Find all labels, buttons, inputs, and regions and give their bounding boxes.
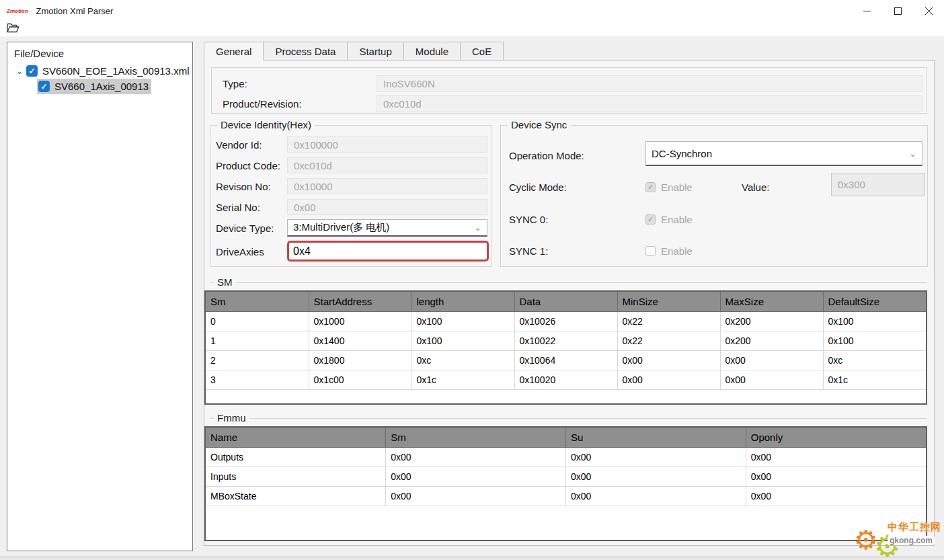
open-file-button[interactable] (6, 23, 19, 35)
table-cell: 0x00 (386, 486, 566, 506)
fmmu-table: NameSmSuOponlyOutputs0x000x000x00Inputs0… (204, 426, 927, 541)
operation-mode-label: Operation Mode: (509, 150, 584, 161)
tree-item-label[interactable]: SV660N_EOE_1Axis_00913.xml (42, 65, 189, 77)
tree-item-device[interactable]: ✓ SV660_1Axis_00913 (7, 79, 192, 94)
table-cell: Inputs (206, 467, 386, 486)
fmmu-group-rule (210, 418, 927, 419)
vendor-id-field: 0x100000 (287, 136, 487, 153)
table-cell: 0x1c (823, 370, 926, 389)
app-logo: Zmotion (7, 8, 28, 14)
cyclic-enable-checkbox: ✓ (645, 182, 656, 192)
maximize-button[interactable] (882, 0, 913, 22)
table-cell: Outputs (206, 447, 386, 467)
table-cell: 0x00 (386, 447, 566, 467)
column-header[interactable]: MaxSize (720, 292, 823, 311)
product-code-field: 0xc010d (287, 157, 487, 173)
device-identity-title: Device Identity(Hex) (217, 119, 315, 130)
table-cell: 0x10022 (514, 331, 617, 350)
table-cell: 0x00 (566, 447, 746, 467)
device-sync-title: Device Sync (508, 119, 570, 130)
sync0-enable-label: Enable (661, 214, 693, 225)
window-controls (851, 0, 944, 22)
tab-module[interactable]: Module (404, 42, 461, 61)
table-cell: 0x00 (617, 370, 720, 389)
table-cell: 0x100 (411, 311, 514, 331)
table-cell: 0x00 (746, 467, 926, 486)
column-header[interactable]: Data (514, 292, 617, 311)
type-group: Type: InoSV660N Product/Revision: 0xc010… (211, 67, 927, 114)
toolbar (0, 22, 944, 36)
device-identity-group: Device Identity(Hex) Vendor Id: 0x100000… (210, 125, 492, 267)
tab-bar: General Process Data Startup Module CoE (204, 42, 504, 61)
table-row[interactable]: 10x14000x1000x100220x220x2000x100 (206, 331, 926, 350)
table-cell: 0x200 (720, 311, 823, 331)
column-header[interactable]: StartAddress (309, 292, 411, 311)
sync1-label: SYNC 1: (509, 245, 548, 257)
table-row[interactable]: 20x18000xc0x100640x000x000xc (206, 350, 926, 370)
column-header[interactable]: DefaultSize (823, 292, 926, 311)
table-cell: 0x22 (617, 331, 720, 350)
title-bar: Zmotion Zmotion Xml Parser (0, 0, 944, 22)
column-header[interactable]: Sm (206, 292, 309, 311)
table-cell: 0x00 (617, 350, 720, 370)
table-row[interactable]: Outputs0x000x000x00 (206, 447, 926, 467)
tree-item-label[interactable]: SV660_1Axis_00913 (54, 81, 149, 92)
table-cell: 0 (206, 311, 309, 331)
chevron-down-icon[interactable]: ⌄ (14, 68, 25, 75)
tab-startup[interactable]: Startup (348, 42, 403, 61)
table-cell: 0x00 (566, 486, 746, 506)
table-row[interactable]: 30x1c000x1c0x100200x000x000x1c (206, 370, 926, 389)
column-header[interactable]: length (411, 292, 514, 311)
value-label: Value: (742, 182, 769, 193)
table-cell: 0x100 (823, 311, 926, 331)
tab-coe[interactable]: CoE (461, 42, 504, 61)
table-cell: 0x1c00 (309, 370, 411, 389)
table-cell: 0x100 (823, 331, 926, 350)
table-cell: 0x10026 (514, 311, 617, 331)
column-header[interactable]: Su (566, 428, 746, 447)
tab-label: Process Data (275, 46, 336, 57)
device-tree: ⌄ ✓ SV660N_EOE_1Axis_00913.xml ✓ SV660_1… (7, 63, 192, 94)
file-device-panel: File/Device ⌄ ✓ SV660N_EOE_1Axis_00913.x… (7, 42, 193, 551)
table-cell: 0x200 (720, 331, 823, 350)
table-row[interactable]: 00x10000x1000x100260x220x2000x100 (206, 311, 926, 331)
open-folder-icon (7, 23, 19, 35)
tab-general[interactable]: General (204, 42, 264, 61)
device-type-combobox[interactable]: 3:MultiDriver(多 电机) ⌄ (287, 219, 487, 237)
table-cell: 0x1c (411, 370, 514, 389)
column-header[interactable]: MinSize (617, 292, 720, 311)
checkbox-checked-icon[interactable]: ✓ (38, 81, 50, 92)
minimize-button[interactable] (851, 0, 882, 22)
window-title: Zmotion Xml Parser (36, 6, 114, 16)
sm-group-rule (210, 282, 927, 283)
column-header[interactable]: Oponly (746, 428, 926, 447)
type-label: Type: (223, 78, 377, 89)
sm-section-title: SM (214, 276, 236, 288)
table-row[interactable]: Inputs0x000x000x00 (206, 467, 926, 486)
device-type-value: 3:MultiDriver(多 电机) (293, 221, 389, 234)
window-bottom-edge (0, 557, 944, 560)
operation-mode-combobox[interactable]: DC-Synchron ⌄ (645, 141, 922, 166)
cyclic-mode-label: Cyclic Mode: (509, 182, 567, 193)
tree-item-xml-file[interactable]: ⌄ ✓ SV660N_EOE_1Axis_00913.xml (7, 63, 192, 79)
tab-label: General (216, 46, 251, 57)
column-header[interactable]: Sm (386, 428, 566, 447)
checkbox-checked-icon[interactable]: ✓ (26, 65, 38, 77)
cyclic-enable-label: Enable (661, 182, 693, 193)
table-cell: 0x00 (720, 350, 823, 370)
watermark-chinese-text: 中华工控网 (888, 521, 941, 532)
table-cell: 0xc (823, 350, 926, 370)
tab-label: CoE (472, 46, 491, 57)
table-cell: 2 (206, 350, 309, 370)
close-button[interactable] (913, 0, 944, 22)
chevron-down-icon: ⌄ (474, 223, 481, 233)
table-row[interactable]: MBoxState0x000x000x00 (206, 486, 926, 506)
revison-no-label: Revison No: (216, 181, 271, 192)
tab-process-data[interactable]: Process Data (264, 42, 348, 61)
table-cell: 0x00 (746, 447, 926, 467)
column-header[interactable]: Name (206, 428, 386, 447)
table-cell: 0x22 (617, 311, 720, 331)
drive-axies-input[interactable]: 0x4 (287, 241, 489, 262)
table-cell: 0x1800 (309, 350, 411, 370)
table-cell: 0x00 (566, 467, 746, 486)
